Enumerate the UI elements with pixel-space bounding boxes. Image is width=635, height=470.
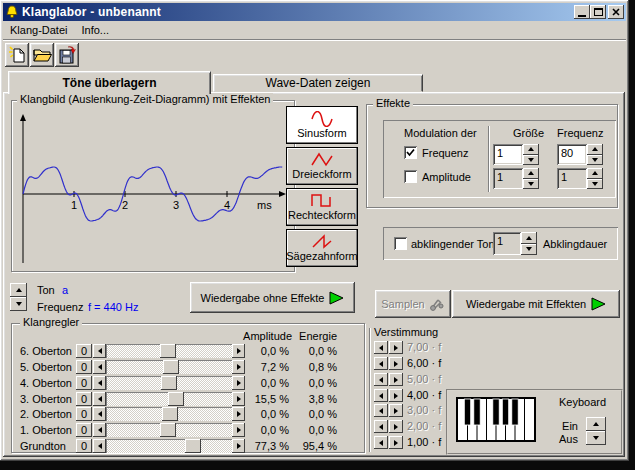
verstimmung-row: 6,00 · f bbox=[374, 357, 449, 370]
verstimmung-right-button[interactable] bbox=[389, 357, 403, 370]
frequenz-header: Frequenz bbox=[557, 127, 603, 139]
verstimmung-right-button[interactable] bbox=[389, 404, 403, 417]
amplitude-slider[interactable] bbox=[93, 392, 245, 406]
new-file-button[interactable] bbox=[5, 43, 29, 67]
button-label: Wiedergabe ohne Effekte bbox=[201, 292, 325, 304]
am-freq-value[interactable]: 1 bbox=[557, 168, 587, 189]
zero-button[interactable]: 0 bbox=[76, 360, 92, 374]
saegezahnform-button[interactable]: Sägezahnform bbox=[286, 229, 358, 267]
waveform-chart: 1234ms bbox=[17, 111, 290, 267]
spin-down-button[interactable] bbox=[523, 179, 539, 190]
oberton-label: 2. Oberton bbox=[20, 408, 72, 420]
spin-up-button[interactable] bbox=[587, 168, 603, 179]
slider-thumb[interactable] bbox=[185, 439, 201, 453]
verstimmung-left-button[interactable] bbox=[374, 436, 388, 449]
svg-text:3: 3 bbox=[173, 199, 179, 211]
amplitude-slider[interactable] bbox=[93, 439, 245, 453]
slider-thumb[interactable] bbox=[160, 423, 176, 437]
spin-down-button[interactable] bbox=[521, 244, 537, 256]
spin-up-button[interactable] bbox=[587, 144, 603, 155]
spin-down-button[interactable] bbox=[523, 155, 539, 166]
amplitude-slider[interactable] bbox=[93, 376, 245, 390]
verstimmung-left-button[interactable] bbox=[374, 341, 388, 354]
amplitude-slider[interactable] bbox=[93, 344, 245, 358]
keyboard-ein-button[interactable] bbox=[586, 417, 606, 431]
spin-up-button[interactable] bbox=[521, 232, 537, 244]
abklingdauer-value[interactable]: 1 bbox=[493, 232, 521, 255]
slider-thumb[interactable] bbox=[162, 407, 178, 421]
amplitude-slider[interactable] bbox=[93, 423, 245, 437]
verstimmung-left-button[interactable] bbox=[374, 357, 388, 370]
maximize-button[interactable] bbox=[590, 5, 606, 19]
open-file-button[interactable] bbox=[30, 43, 54, 67]
verstimmung-right-button[interactable] bbox=[389, 341, 403, 354]
effekte-caption: Effekte bbox=[373, 97, 413, 109]
keyboard-aus-button[interactable] bbox=[586, 431, 606, 445]
slider-thumb[interactable] bbox=[168, 392, 184, 406]
slider-thumb[interactable] bbox=[160, 344, 176, 358]
amplitude-modulation-checkbox[interactable] bbox=[404, 170, 417, 183]
verstimmung-left-button[interactable] bbox=[374, 373, 388, 386]
menu-info[interactable]: Info... bbox=[74, 22, 116, 38]
fm-size-value[interactable]: 1 bbox=[493, 144, 523, 165]
fm-size-spinner: 1 bbox=[493, 144, 539, 165]
amplitude-slider[interactable] bbox=[93, 360, 245, 374]
spin-up-button[interactable] bbox=[523, 168, 539, 179]
minimize-button[interactable] bbox=[574, 5, 590, 19]
energie-value: 0,0 % bbox=[293, 377, 337, 389]
zero-button[interactable]: 0 bbox=[76, 376, 92, 390]
groesse-header: Größe bbox=[513, 127, 544, 139]
tab-wave-daten-zeigen[interactable]: Wave-Daten zeigen bbox=[213, 74, 423, 92]
verstimmung-left-button[interactable] bbox=[374, 389, 388, 402]
am-size-value[interactable]: 1 bbox=[493, 168, 523, 189]
spin-down-button[interactable] bbox=[587, 179, 603, 190]
zero-button[interactable]: 0 bbox=[76, 392, 92, 406]
verstimmung-right-button[interactable] bbox=[389, 420, 403, 433]
zero-button[interactable]: 0 bbox=[76, 407, 92, 421]
samplen-button[interactable]: Samplen bbox=[375, 290, 451, 318]
klangbild-caption: Klangbild (Auslenkung-Zeit-Diagramm) mit… bbox=[17, 93, 273, 105]
zero-button[interactable]: 0 bbox=[76, 439, 92, 453]
sinusform-button[interactable]: Sinusform bbox=[286, 106, 358, 144]
slider-left-button[interactable] bbox=[93, 423, 106, 437]
spin-down-button[interactable] bbox=[587, 155, 603, 166]
wiedergabe-mit-effekten-button[interactable]: Wiedergabe mit Effekten bbox=[452, 290, 620, 318]
play-icon bbox=[591, 297, 606, 311]
tab-toene-ueberlagern[interactable]: Töne überlagern bbox=[8, 71, 211, 94]
save-file-button[interactable] bbox=[55, 43, 79, 67]
slider-left-button[interactable] bbox=[93, 376, 106, 390]
slider-left-button[interactable] bbox=[93, 439, 106, 453]
zero-button[interactable]: 0 bbox=[76, 423, 92, 437]
verstimmung-right-button[interactable] bbox=[389, 389, 403, 402]
zero-button[interactable]: 0 bbox=[76, 344, 92, 358]
slider-left-button[interactable] bbox=[93, 392, 106, 406]
verstimmung-right-button[interactable] bbox=[389, 373, 403, 386]
slider-track[interactable] bbox=[106, 439, 232, 453]
rechteckform-button[interactable]: Rechteckform bbox=[286, 188, 358, 226]
new-file-icon bbox=[7, 45, 27, 65]
ton-up-button[interactable] bbox=[10, 283, 27, 297]
wiedergabe-ohne-effekte-button[interactable]: Wiedergabe ohne Effekte bbox=[190, 282, 355, 313]
slider-left-button[interactable] bbox=[93, 344, 106, 358]
slider-left-button[interactable] bbox=[93, 360, 106, 374]
slider-left-button[interactable] bbox=[93, 407, 106, 421]
svg-text:4: 4 bbox=[224, 199, 230, 211]
verstimmung-left-button[interactable] bbox=[374, 404, 388, 417]
amplitude-slider[interactable] bbox=[93, 407, 245, 421]
ton-value: a bbox=[62, 284, 68, 296]
frequenz-modulation-checkbox[interactable] bbox=[404, 146, 417, 159]
verstimmung-left-button[interactable] bbox=[374, 420, 388, 433]
amplitude-value: 0,0 % bbox=[241, 424, 289, 436]
slider-thumb[interactable] bbox=[161, 376, 177, 390]
verstimmung-right-button[interactable] bbox=[389, 436, 403, 449]
dreieckform-button[interactable]: Dreieckform bbox=[286, 147, 358, 185]
ton-down-button[interactable] bbox=[10, 297, 27, 311]
fm-freq-value[interactable]: 80 bbox=[557, 144, 587, 165]
slider-thumb[interactable] bbox=[163, 360, 179, 374]
close-button[interactable] bbox=[608, 5, 624, 19]
klangregler-row: 1. Oberton00,0 %0,0 % bbox=[12, 423, 364, 437]
spin-up-button[interactable] bbox=[523, 144, 539, 155]
title-bar[interactable]: Klanglabor - unbenannt bbox=[3, 3, 626, 21]
abklingender-ton-checkbox[interactable] bbox=[394, 237, 407, 250]
menu-klang-datei[interactable]: Klang-Datei bbox=[3, 22, 74, 38]
